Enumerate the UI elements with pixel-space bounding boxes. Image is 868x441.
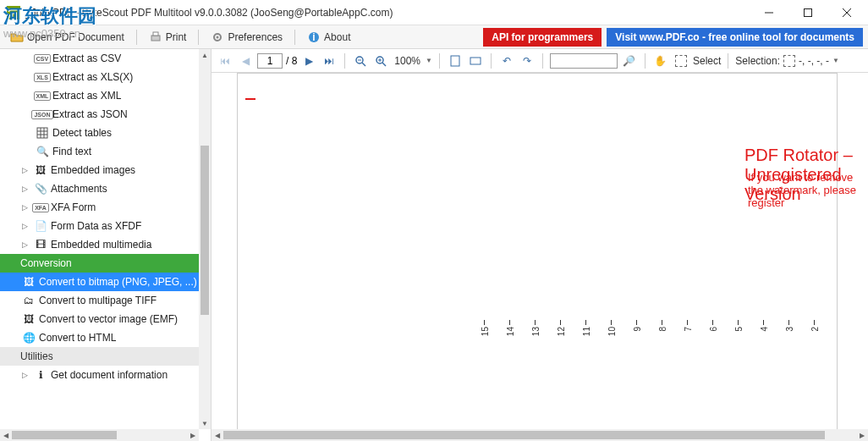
last-page-button[interactable]: ⏭ <box>321 52 338 69</box>
red-caret-marker <box>245 98 255 100</box>
vector-icon: 🖼 <box>22 312 36 326</box>
expand-icon[interactable]: ▷ <box>22 166 30 174</box>
svg-rect-23 <box>470 58 481 64</box>
scroll-up-arrow[interactable]: ▲ <box>199 49 211 61</box>
window-titlebar: _Join.PDF - ByteScout PDF Multitool v9.0… <box>0 0 868 25</box>
ruler-mark <box>738 320 739 325</box>
main-panel: ⏮ ◀ / 8 ▶ ⏭ 100% ▼ ↶ ↷ 🔎 ✋ Select Se <box>212 49 868 441</box>
hand-tool-button[interactable]: ✋ <box>652 52 669 69</box>
svg-rect-10 <box>37 128 47 138</box>
sidebar: CSVExtract as CSV XLSExtract as XLS(X) X… <box>0 49 212 441</box>
scroll-left-arrow[interactable]: ◀ <box>0 429 12 441</box>
prev-page-button[interactable]: ◀ <box>237 52 254 69</box>
multimedia-icon: 🎞 <box>34 238 47 251</box>
tree-item-detect-tables[interactable]: Detect tables <box>0 124 199 142</box>
rotate-left-button[interactable]: ↶ <box>498 52 515 69</box>
sidebar-vertical-scrollbar[interactable]: ▲ ▼ <box>199 49 211 429</box>
separator <box>439 53 440 69</box>
ruler-mark <box>788 320 789 325</box>
app-icon <box>7 6 20 19</box>
scroll-left-arrow[interactable]: ◀ <box>212 429 223 441</box>
watermark-subtitle: If you want to remove the watermark, ple… <box>748 171 868 209</box>
open-document-menu[interactable]: Open PDF Document <box>5 29 129 46</box>
about-menu[interactable]: i About <box>302 29 355 46</box>
preferences-menu[interactable]: Preferences <box>206 29 288 46</box>
paperclip-icon: 📎 <box>34 182 47 196</box>
maximize-button[interactable] <box>788 0 827 25</box>
ruler-mark <box>585 320 586 325</box>
tree-item-form-data-xfdf[interactable]: ▷📄Form Data as XFDF <box>0 217 199 235</box>
separator <box>491 53 492 69</box>
scroll-thumb[interactable] <box>223 431 825 439</box>
tree-item-convert-tiff[interactable]: 🗂Convert to multipage TIFF <box>0 291 199 310</box>
selection-value: -, -, -, - <box>799 55 829 67</box>
window-title: _Join.PDF - ByteScout PDF Multitool v9.0… <box>25 7 750 19</box>
tree-item-attachments[interactable]: ▷📎Attachments <box>0 179 199 198</box>
page-number-input[interactable] <box>257 53 283 69</box>
fit-page-button[interactable] <box>447 52 464 69</box>
tree-item-extract-csv[interactable]: CSVExtract as CSV <box>0 49 199 68</box>
tree-item-embedded-multimedia[interactable]: ▷🎞Embedded multimedia <box>0 235 199 254</box>
select-label: Select <box>693 55 721 67</box>
first-page-button[interactable]: ⏮ <box>217 52 233 69</box>
separator <box>645 53 646 69</box>
next-page-button[interactable]: ▶ <box>300 52 317 69</box>
tree-item-extract-xls[interactable]: XLSExtract as XLS(X) <box>0 68 199 86</box>
find-button[interactable]: 🔎 <box>621 52 638 69</box>
minimize-button[interactable] <box>750 0 788 25</box>
expand-icon[interactable]: ▷ <box>22 203 30 212</box>
expand-icon[interactable]: ▷ <box>22 222 30 230</box>
scroll-right-arrow[interactable]: ▶ <box>187 429 199 441</box>
separator <box>136 30 137 45</box>
expand-icon[interactable]: ▷ <box>22 371 30 379</box>
tree-item-find-text[interactable]: 🔍Find text <box>0 142 199 161</box>
selection-dropdown-arrow[interactable]: ▼ <box>832 57 839 64</box>
close-button[interactable] <box>827 0 866 25</box>
tree-item-embedded-images[interactable]: ▷🖼Embedded images <box>0 161 199 179</box>
scroll-thumb[interactable] <box>201 146 209 315</box>
gear-icon <box>211 30 224 44</box>
expand-icon[interactable]: ▷ <box>22 240 30 249</box>
ruler-mark <box>509 320 510 325</box>
separator <box>198 30 199 45</box>
svg-text:i: i <box>312 31 315 43</box>
ruler-tick: 8 <box>658 327 667 332</box>
zoom-out-button[interactable] <box>352 52 369 69</box>
expand-icon[interactable]: ▷ <box>22 185 30 193</box>
rotate-right-button[interactable]: ↷ <box>519 52 536 69</box>
api-programmers-link[interactable]: API for programmers <box>483 28 602 47</box>
scroll-right-arrow[interactable]: ▶ <box>856 429 868 441</box>
viewer-horizontal-scrollbar[interactable]: ◀ ▶ <box>212 429 868 441</box>
preferences-label: Preferences <box>228 31 283 43</box>
pdf-page <box>237 73 838 441</box>
tree-item-convert-emf[interactable]: 🖼Convert to vector image (EMF) <box>0 310 199 328</box>
tree-item-extract-json[interactable]: JSONExtract as JSON <box>0 105 199 124</box>
ruler-tick: 10 <box>607 327 617 336</box>
svg-line-19 <box>382 63 386 66</box>
zoom-in-button[interactable] <box>372 52 389 69</box>
tree-item-document-info[interactable]: ▷ℹGet document information <box>0 366 199 384</box>
select-tool-button[interactable] <box>673 52 689 69</box>
images-icon: 🖼 <box>34 163 47 177</box>
scroll-down-arrow[interactable]: ▼ <box>199 417 211 429</box>
tree-item-convert-html[interactable]: 🌐Convert to HTML <box>0 328 199 347</box>
tree-item-convert-bitmap[interactable]: 🖼Convert to bitmap (PNG, JPEG, ...) <box>0 273 199 291</box>
ruler-tick: 5 <box>734 327 744 332</box>
open-document-label: Open PDF Document <box>27 31 124 43</box>
tree-item-extract-xml[interactable]: XMLExtract as XML <box>0 86 199 105</box>
ruler-mark <box>484 320 485 325</box>
fit-width-button[interactable] <box>467 52 484 69</box>
pdfco-link[interactable]: Visit www.PDF.co - free online tool for … <box>607 28 863 47</box>
pdf-viewer[interactable]: PDF Rotator – Unregistered Version If yo… <box>212 73 868 441</box>
tree-header-utilities[interactable]: Utilities <box>0 347 199 366</box>
tree-header-conversion[interactable]: Conversion <box>0 254 199 273</box>
about-label: About <box>324 31 350 43</box>
zoom-dropdown-arrow[interactable]: ▼ <box>426 57 432 64</box>
printer-icon <box>149 30 162 44</box>
scroll-thumb[interactable] <box>12 431 117 439</box>
search-input[interactable] <box>550 53 618 69</box>
print-menu[interactable]: Print <box>144 29 192 46</box>
sidebar-horizontal-scrollbar[interactable]: ◀ ▶ <box>0 429 199 441</box>
tree-item-xfa-form[interactable]: ▷XFAXFA Form <box>0 198 199 217</box>
ruler-mark <box>712 320 713 325</box>
